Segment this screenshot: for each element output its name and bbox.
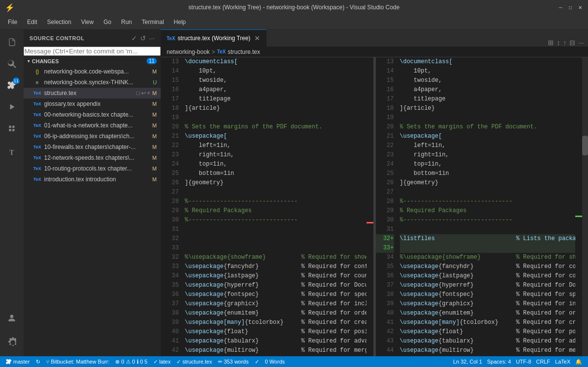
right-scrollbar[interactable] [582, 57, 588, 356]
collapse-icon[interactable]: ⊟ [569, 39, 575, 47]
line-ending-status[interactable]: CRLF [534, 356, 552, 367]
file-name: glossary.tex appendix [44, 100, 150, 107]
commit-message-input[interactable] [24, 47, 161, 56]
sync-status[interactable]: ↻ [34, 356, 42, 367]
encoding-label: UTF-8 [516, 359, 531, 365]
split-editor-icon[interactable]: ⊞ [548, 39, 554, 47]
word-count-status[interactable]: ✏ 353 words [216, 356, 251, 367]
changes-label: Changes [32, 58, 147, 64]
main-layout: 11 T [0, 29, 588, 356]
file-add-icon[interactable]: + [147, 90, 150, 97]
search-activity-icon[interactable] [2, 54, 22, 73]
list-item[interactable]: ≡ networking-book.synctex-THINK... U [24, 77, 161, 88]
file-open-icon[interactable]: □ [137, 90, 140, 97]
bitbucket-icon: ⑂ [46, 359, 49, 365]
changes-header[interactable]: ▾ Changes 11 [24, 56, 161, 66]
account-activity-icon[interactable] [2, 308, 22, 328]
file-status: M [152, 112, 157, 118]
close-button[interactable]: ✕ [577, 4, 583, 10]
right-code-content[interactable]: \documentclass[ 10pt, twoside, a4paper, … [398, 57, 576, 356]
menu-file[interactable]: File [4, 17, 21, 27]
menu-view[interactable]: View [77, 17, 98, 27]
list-item[interactable]: TeX introduction.tex introduction M [24, 174, 161, 185]
window-title: structure.tex (Working Tree) - networkin… [189, 4, 400, 11]
list-item[interactable]: TeX structure.tex □ ↩ + M [24, 88, 161, 98]
list-item[interactable]: TeX 06-ip-addressing.tex chapters\ch... … [24, 131, 161, 142]
sidebar-more-icon[interactable]: ··· [149, 34, 155, 42]
file-name: structure.tex [44, 90, 135, 97]
latex-status[interactable]: ✓ latex [151, 356, 172, 367]
errors-status[interactable]: ⊗ 0 ⚠ 0 ℹ 0 5 [113, 356, 149, 367]
menu-help[interactable]: Help [170, 17, 190, 27]
sidebar-title: SOURCE CONTROL [29, 35, 84, 41]
menu-go[interactable]: Go [99, 17, 115, 27]
right-editor-scroll[interactable]: 1314151617181920212223242526272829303132… [376, 57, 588, 356]
notification-icon[interactable]: 🔔 [573, 356, 584, 367]
run-debug-activity-icon[interactable] [2, 97, 22, 117]
list-item[interactable]: TeX 10-firewalls.tex chapters\chapter-..… [24, 142, 161, 152]
check-icon: ✓ [153, 359, 158, 365]
sidebar-header: SOURCE CONTROL ✓ ↺ ··· [24, 29, 161, 47]
left-code-content[interactable]: \documentclass[ 10pt, twoside, a4paper, … [183, 57, 367, 356]
explorer-activity-icon[interactable] [2, 32, 22, 52]
line-col-status[interactable]: Ln 32, Col 1 [451, 356, 484, 367]
list-item[interactable]: TeX 00-networking-basics.tex chapte... M [24, 109, 161, 120]
file-name: 10-routing-protocols.tex chapter... [44, 165, 150, 172]
list-item[interactable]: TeX 01-what-is-a-network.tex chapte... M [24, 120, 161, 131]
error-count: 0 [121, 359, 124, 365]
more-actions-icon[interactable]: ↑ [563, 39, 566, 47]
breadcrumb-folder[interactable]: networking-book [167, 49, 210, 55]
menu-terminal[interactable]: Terminal [138, 17, 168, 27]
language-status[interactable]: LaTeX [553, 356, 572, 367]
menu-run[interactable]: Run [117, 17, 136, 27]
structure-status[interactable]: ✓ structure.tex [174, 356, 214, 367]
file-status: M [152, 90, 157, 96]
left-editor-scroll[interactable]: 1314151617181920212223242526272829303132… [161, 57, 373, 356]
activity-bar-bottom [2, 307, 22, 352]
window-controls[interactable]: ─ □ ✕ [558, 4, 583, 10]
pencil-icon: ✏ [218, 359, 222, 365]
tex-file-icon: TeX [33, 100, 41, 108]
menu-selection[interactable]: Selection [43, 17, 75, 27]
tab-structure-tex[interactable]: TeX structure.tex (Working Tree) ✕ [161, 29, 267, 47]
activity-bar: 11 T [0, 29, 24, 356]
spaces-status[interactable]: Spaces: 4 [485, 356, 513, 367]
breadcrumb-file[interactable]: structure.tex [228, 49, 260, 55]
status-right: Ln 32, Col 1 Spaces: 4 UTF-8 CRLF LaTeX … [451, 356, 584, 367]
minimize-button[interactable]: ─ [558, 4, 564, 10]
source-control-activity-icon[interactable]: 11 [2, 75, 22, 95]
maximize-button[interactable]: □ [567, 4, 573, 10]
tab-bar-overflow-icon[interactable]: ··· [578, 39, 584, 47]
tab-close-icon[interactable]: ✕ [254, 34, 260, 42]
file-status: M [152, 155, 157, 161]
open-changes-icon[interactable]: ↕ [557, 39, 560, 47]
bitbucket-status[interactable]: ⑂ Bitbucket: Matthew Burr: [44, 356, 112, 367]
warning-icon: ⚠ [126, 359, 131, 365]
diff-editor: 1314151617181920212223242526272829303132… [161, 57, 588, 356]
zero-words-status[interactable]: 0 Words [263, 356, 287, 367]
list-item[interactable]: TeX glossary.tex appendix M [24, 98, 161, 109]
file-status: U [153, 79, 157, 85]
file-name: 10-firewalls.tex chapters\chapter-... [44, 144, 150, 150]
git-branch-status[interactable]: master [4, 356, 32, 367]
tex-activity-icon[interactable]: T [2, 143, 22, 163]
sidebar-refresh-icon[interactable]: ↺ [140, 34, 146, 42]
menu-edit[interactable]: Edit [23, 17, 41, 27]
extensions-activity-icon[interactable] [2, 119, 22, 138]
check-status[interactable]: ✓ [253, 356, 261, 367]
list-item[interactable]: {} networking-book.code-webspa... M [24, 66, 161, 77]
config-file-icon: ≡ [33, 78, 41, 86]
sidebar-check-icon[interactable]: ✓ [131, 34, 137, 42]
changes-count-badge: 11 [147, 58, 157, 64]
structure-label: structure.tex [182, 359, 212, 365]
tex-file-icon: TeX [33, 154, 41, 162]
editor-area: TeX structure.tex (Working Tree) ✕ ⊞ ↕ ↑… [161, 29, 588, 356]
right-editor-pane: 1314151617181920212223242526272829303132… [376, 57, 588, 356]
list-item[interactable]: TeX 10-routing-protocols.tex chapter... … [24, 163, 161, 174]
file-status: M [152, 122, 157, 128]
encoding-status[interactable]: UTF-8 [514, 356, 533, 367]
list-item[interactable]: TeX 12-network-speeds.tex chapters\... M [24, 152, 161, 163]
file-discard-icon[interactable]: ↩ [141, 90, 146, 97]
breadcrumb-file-icon: TeX [217, 49, 226, 54]
settings-activity-icon[interactable] [2, 332, 22, 351]
